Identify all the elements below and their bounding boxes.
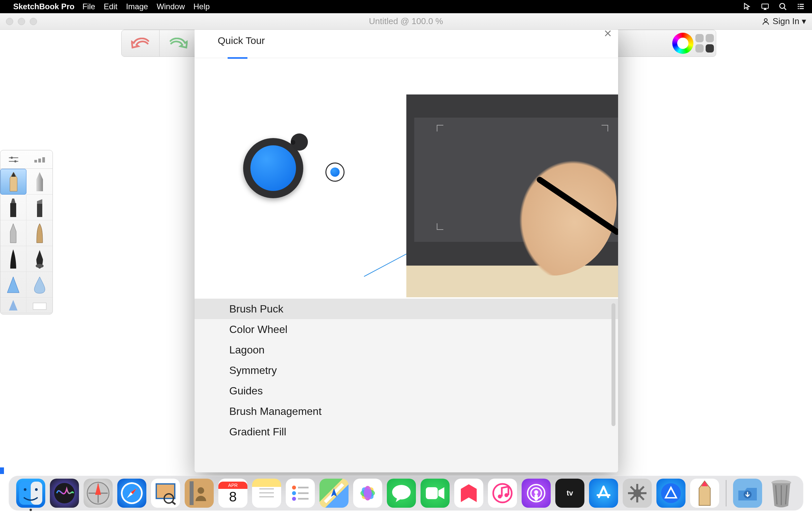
- calendar-month: APR: [219, 482, 248, 489]
- tour-item-brush-puck[interactable]: Brush Puck: [195, 298, 618, 319]
- menu-window[interactable]: Window: [156, 2, 185, 11]
- finder-icon: [19, 482, 42, 505]
- brush-paint-soft[interactable]: [0, 272, 26, 297]
- dock-messages[interactable]: [387, 479, 416, 508]
- brush-brushpen[interactable]: [26, 220, 53, 246]
- contacts-icon: [187, 481, 211, 506]
- brush-pencil[interactable]: [0, 169, 26, 195]
- dock-photos[interactable]: [353, 479, 382, 508]
- dock-launchpad[interactable]: [84, 479, 113, 508]
- dock-downloads[interactable]: [733, 479, 762, 508]
- dock-appstore[interactable]: [589, 479, 618, 508]
- color-wheel-button[interactable]: [672, 33, 693, 54]
- sign-in-button[interactable]: Sign In ▾: [761, 16, 806, 26]
- spotlight-search-icon[interactable]: [778, 2, 788, 11]
- svg-point-51: [292, 491, 296, 495]
- trash-icon: [768, 479, 794, 508]
- dock-music[interactable]: [488, 479, 517, 508]
- svg-point-50: [292, 486, 296, 489]
- undo-button[interactable]: [122, 30, 160, 57]
- brush-eraser-hard[interactable]: [0, 297, 26, 313]
- tour-item-symmetry[interactable]: Symmetry: [195, 360, 618, 380]
- dock-news[interactable]: [454, 479, 483, 508]
- dock-podcasts[interactable]: [522, 479, 551, 508]
- user-icon: [761, 17, 770, 26]
- brush-palette-header: [0, 150, 53, 169]
- svg-rect-0: [762, 4, 768, 8]
- brush-chisel[interactable]: [26, 195, 53, 220]
- menu-file[interactable]: File: [82, 2, 95, 11]
- brush-presets-icon[interactable]: [34, 155, 45, 164]
- redo-button[interactable]: [160, 30, 198, 57]
- dock-xcode[interactable]: [657, 479, 686, 508]
- brush-marker[interactable]: [0, 195, 26, 220]
- ui-layout-toggle[interactable]: [695, 34, 714, 53]
- notification-center-icon[interactable]: [796, 2, 805, 11]
- quick-tour-list[interactable]: Brush Puck Color Wheel Lagoon Symmetry G…: [195, 298, 618, 472]
- dock-safari[interactable]: [117, 479, 146, 508]
- brush-airbrush[interactable]: [26, 169, 53, 195]
- menu-edit[interactable]: Edit: [104, 2, 117, 11]
- dock-trash[interactable]: [767, 479, 796, 508]
- menubar-right: [743, 2, 805, 11]
- brush-watercolor[interactable]: [26, 272, 53, 297]
- dock-facetime[interactable]: [420, 479, 450, 508]
- dock-system-preferences[interactable]: [623, 479, 652, 508]
- tour-item-color-wheel[interactable]: Color Wheel: [195, 319, 618, 340]
- cursor-status-icon[interactable]: [743, 2, 752, 11]
- svg-point-1: [780, 3, 785, 8]
- svg-point-13: [14, 160, 17, 163]
- brush-ballpoint[interactable]: [0, 220, 26, 246]
- brush-ink[interactable]: [0, 246, 26, 272]
- tour-item-lagoon[interactable]: Lagoon: [195, 340, 618, 360]
- tour-item-brush-management[interactable]: Brush Management: [195, 401, 618, 422]
- menu-image[interactable]: Image: [126, 2, 148, 11]
- toolbar-right-tools: [672, 30, 714, 57]
- svg-rect-30: [31, 482, 42, 505]
- undo-icon: [131, 38, 150, 49]
- menu-help[interactable]: Help: [193, 2, 209, 11]
- running-indicator: [30, 509, 32, 511]
- dock-contacts[interactable]: [185, 479, 214, 508]
- dock-appletv[interactable]: tv: [555, 479, 584, 508]
- dock-separator: [726, 480, 726, 506]
- svg-rect-72: [534, 494, 538, 501]
- dock-maps[interactable]: [319, 479, 349, 508]
- dock-preview[interactable]: [151, 479, 180, 508]
- brush-sliders-icon[interactable]: [8, 155, 19, 164]
- svg-line-2: [784, 8, 786, 10]
- appstore-icon: [594, 484, 613, 503]
- svg-point-52: [292, 497, 296, 501]
- close-window-button[interactable]: [6, 18, 13, 25]
- news-icon: [460, 483, 478, 504]
- dock-finder[interactable]: [16, 479, 45, 508]
- reminders-icon: [290, 483, 311, 504]
- svg-marker-22: [37, 199, 42, 204]
- safari-icon: [120, 482, 143, 505]
- dock-calendar[interactable]: APR 8: [219, 479, 248, 508]
- document-title: Untitled @ 100.0 %: [369, 16, 443, 26]
- svg-point-46: [198, 487, 204, 494]
- brush-palette[interactable]: [0, 150, 53, 314]
- tour-item-gradient-fill[interactable]: Gradient Fill: [195, 422, 618, 442]
- svg-point-31: [24, 488, 26, 491]
- app-name[interactable]: SketchBook Pro: [13, 2, 74, 11]
- minimize-window-button[interactable]: [18, 18, 25, 25]
- screen-mirroring-icon[interactable]: [760, 2, 770, 11]
- photos-icon: [357, 482, 379, 504]
- brush-puck-size-indicator: [325, 163, 345, 182]
- dock-sketchbook[interactable]: [690, 479, 719, 508]
- svg-marker-65: [461, 484, 477, 502]
- svg-rect-5: [798, 6, 799, 7]
- dock: APR 8: [8, 476, 804, 511]
- tour-item-guides[interactable]: Guides: [195, 380, 618, 401]
- dock-reminders[interactable]: [286, 479, 315, 508]
- dock-siri[interactable]: [50, 479, 79, 508]
- brush-eraser-soft[interactable]: [26, 297, 53, 313]
- list-scrollbar[interactable]: [611, 303, 615, 426]
- dock-notes[interactable]: [252, 479, 281, 508]
- sign-in-label: Sign In ▾: [773, 16, 806, 26]
- zoom-window-button[interactable]: [30, 18, 37, 25]
- gear-icon: [627, 483, 648, 504]
- brush-nib[interactable]: [26, 246, 53, 272]
